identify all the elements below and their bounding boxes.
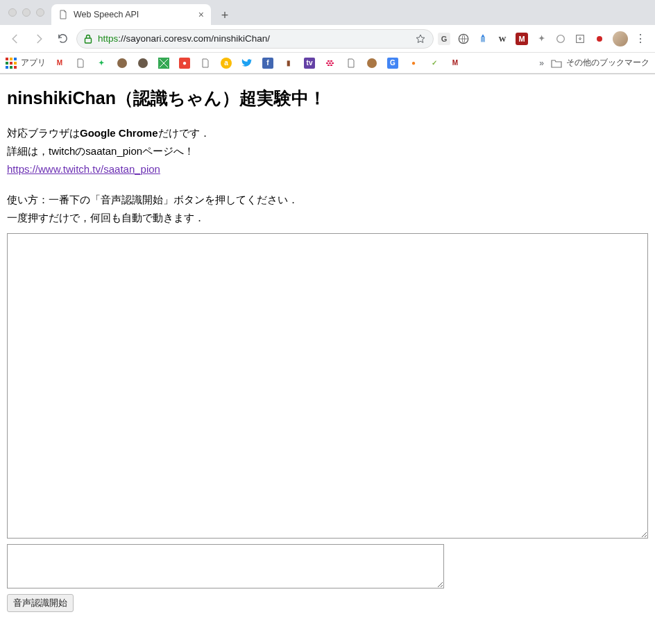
window-controls (6, 0, 51, 25)
profile-avatar[interactable] (613, 31, 628, 46)
extension-icon[interactable]: ✦ (535, 33, 547, 45)
other-bookmarks-label: その他のブックマーク (566, 57, 649, 69)
url-scheme: https (98, 33, 118, 44)
browser-tab[interactable]: Web Speech API × (51, 4, 211, 25)
bookmark-overflow-button[interactable]: » (539, 58, 544, 68)
extension-icon[interactable] (593, 33, 606, 45)
browser-chrome: Web Speech API × + https://sayonari.core… (0, 0, 655, 74)
svg-rect-2 (481, 37, 485, 42)
apps-grid-icon (6, 58, 17, 69)
bookmark-icon[interactable]: ✦ (96, 58, 107, 69)
url-text: https://sayonari.coresv.com/ninshikiChan… (98, 33, 270, 44)
twitch-link[interactable]: https://www.twitch.tv/saatan_pion (7, 163, 160, 175)
extension-icon[interactable]: W (496, 33, 509, 45)
bookmark-list: M ✦ ● a f ▮ tv G ● ✓ M (54, 58, 531, 69)
forward-button[interactable] (29, 29, 49, 49)
bookmark-icon[interactable]: ● (179, 58, 190, 69)
window-close-button[interactable] (8, 8, 17, 17)
interim-output-textarea[interactable] (7, 544, 444, 588)
bookmark-star-icon[interactable] (415, 33, 426, 44)
apps-shortcut[interactable]: アプリ (6, 57, 46, 69)
svg-point-5 (597, 36, 602, 42)
lock-icon (84, 34, 92, 44)
page-favicon-icon (58, 10, 68, 19)
usage-line-2: 一度押すだけで，何回も自動で動きます． (7, 210, 648, 226)
svg-rect-0 (85, 38, 92, 43)
window-zoom-button[interactable] (36, 8, 44, 17)
text: 対応ブラウザは (7, 127, 80, 139)
tab-close-icon[interactable]: × (198, 9, 204, 20)
extension-icon[interactable] (574, 33, 586, 45)
folder-icon (551, 58, 562, 68)
extension-icon[interactable] (554, 33, 567, 45)
bookmarks-bar: アプリ M ✦ ● a f ▮ tv G ● ✓ M » (0, 53, 655, 74)
recognition-output-textarea[interactable] (7, 233, 648, 539)
back-button[interactable] (6, 29, 25, 49)
bookmark-icon[interactable] (75, 58, 86, 69)
new-tab-button[interactable]: + (215, 6, 235, 25)
bookmark-icon[interactable]: ▮ (283, 58, 294, 69)
bookmark-icon[interactable] (158, 58, 169, 69)
bookmark-icon[interactable] (117, 58, 128, 69)
bookmark-icon[interactable]: ✓ (429, 58, 440, 69)
detail-line: 詳細は，twitchのsaatan_pionページへ！ (7, 143, 648, 160)
bookmark-icon[interactable]: a (221, 58, 232, 69)
supported-browser-line: 対応ブラウザはGoogle Chromeだけです． (7, 125, 648, 142)
bookmark-icon[interactable]: ● (408, 58, 419, 69)
text: だけです． (158, 127, 210, 139)
extension-icon[interactable] (477, 33, 489, 45)
twitch-link-line: https://www.twitch.tv/saatan_pion (7, 161, 648, 178)
bookmark-icon[interactable]: M (54, 58, 65, 69)
start-recognition-button[interactable]: 音声認識開始 (7, 594, 74, 612)
bookmark-icon[interactable] (325, 58, 336, 69)
reload-button[interactable] (53, 29, 72, 49)
text-bold: Google Chrome (80, 127, 158, 139)
bookmark-icon[interactable] (346, 58, 357, 69)
extension-icon[interactable]: G (438, 33, 450, 45)
extension-icon[interactable] (457, 33, 470, 45)
bookmark-icon[interactable]: tv (304, 58, 315, 69)
address-bar[interactable]: https://sayonari.coresv.com/ninshikiChan… (76, 29, 434, 49)
toolbar: https://sayonari.coresv.com/ninshikiChan… (0, 25, 655, 53)
bookmark-icon[interactable] (241, 58, 253, 69)
bookmark-icon[interactable]: M (450, 58, 461, 69)
extension-icon[interactable]: M (516, 33, 528, 45)
page-content: ninshikiChan（認識ちゃん）超実験中！ 対応ブラウザはGoogle C… (0, 74, 655, 619)
bookmark-overflow: » その他のブックマーク (539, 57, 649, 69)
bookmark-icon[interactable] (137, 58, 148, 69)
chrome-menu-button[interactable]: ⋮ (635, 32, 647, 45)
url-path: ://sayonari.coresv.com/ninshikiChan/ (118, 33, 270, 44)
bookmark-icon[interactable] (366, 58, 377, 69)
bookmark-icon[interactable]: G (387, 58, 398, 69)
tab-strip: Web Speech API × + (0, 0, 655, 25)
page-heading: ninshikiChan（認識ちゃん）超実験中！ (7, 87, 648, 110)
other-bookmarks-folder[interactable]: その他のブックマーク (551, 57, 649, 69)
bookmark-icon[interactable] (200, 58, 211, 69)
extensions-row: G W M ✦ ⋮ (438, 31, 649, 46)
svg-point-3 (557, 35, 565, 42)
tab-title: Web Speech API (74, 10, 193, 19)
window-minimize-button[interactable] (22, 8, 31, 17)
bookmark-icon[interactable]: f (262, 58, 273, 69)
apps-label: アプリ (21, 57, 46, 69)
usage-line-1: 使い方：一番下の「音声認識開始」ボタンを押してください． (7, 192, 648, 208)
